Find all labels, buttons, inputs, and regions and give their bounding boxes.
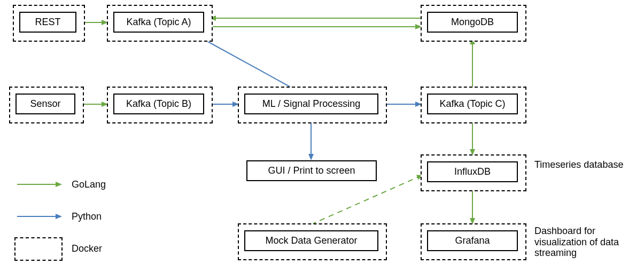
legend-python-label: Python (72, 211, 102, 222)
node-kafka-a: Kafka (Topic A) (113, 12, 204, 33)
legend-golang-label: GoLang (72, 179, 106, 190)
diagram-canvas: REST Kafka (Topic A) MongoDB Sensor Kafk… (0, 0, 644, 272)
annotation-influxdb: Timeseries database (534, 159, 631, 170)
node-mongodb: MongoDB (427, 12, 518, 33)
legend-docker-box (14, 237, 63, 261)
legend-docker-label: Docker (72, 243, 102, 254)
annotation-grafana: Dashboard for visualization of data stre… (534, 226, 636, 259)
edge-mock-to-influxdb (311, 175, 422, 224)
node-ml: ML / Signal Processing (244, 94, 378, 114)
node-kafka-c: Kafka (Topic C) (427, 94, 518, 114)
node-mock: Mock Data Generator (244, 230, 378, 251)
node-rest: REST (19, 12, 76, 33)
node-influxdb: InfluxDB (427, 161, 518, 182)
node-grafana: Grafana (427, 230, 518, 251)
node-gui: GUI / Print to screen (246, 160, 377, 181)
node-kafka-b: Kafka (Topic B) (113, 94, 204, 114)
edge-kafka-a-to-ml (203, 39, 300, 92)
node-sensor: Sensor (15, 94, 75, 114)
